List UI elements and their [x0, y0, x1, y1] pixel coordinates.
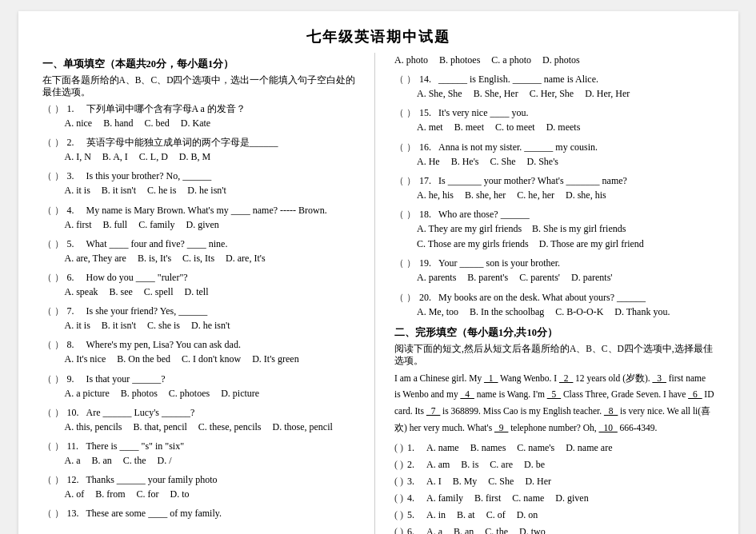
question-16: （ ） 16. Anna is not my sister. ______ my… [394, 140, 714, 169]
cloze-questions: ( ) 1. A. name B. names C. name's D. nam… [394, 440, 714, 534]
q9-options: A. a picture B. photos C. photoes D. pic… [65, 386, 362, 401]
q18-text: Who are those? ______ [438, 207, 530, 221]
q10-options: A. this, pencils B. that, pencil C. thes… [65, 420, 362, 435]
cloze-q4: ( ) 4. A. family B. first C. name D. giv… [394, 491, 714, 505]
section2-header: 二、完形填空（每小题1分,共10分） [394, 326, 714, 340]
question-5: （ ） 5. What ____ four and five? ____ nin… [42, 237, 362, 266]
q14-options: A. She, She B. She, Her C. Her, She D. H… [417, 86, 714, 102]
exam-page: 七年级英语期中试题 一、单项填空（本题共20分，每小题1分） 在下面各题所给的A… [18, 11, 738, 534]
q10-text: Are ______ Lucy's ______? [86, 405, 195, 420]
question-2: （ ） 2. 英语字母中能独立成单词的两个字母是______ A. I, N B… [42, 135, 362, 165]
question-7: （ ） 7. Is she your friend? Yes, ______ A… [42, 304, 362, 333]
question-18: （ ） 18. Who are those? ______ A. They ar… [394, 207, 714, 252]
section2-instruction: 阅读下面的短文,然后从短文后各题所给的A、B、C、D四个选项中,选择最佳选项。 [394, 343, 714, 367]
q20-text: My books are on the desk. What about you… [438, 290, 646, 305]
q20-options: A. Me, too B. In the schoolbag C. B-O-O-… [417, 305, 714, 320]
q19-text: Your _____ son is your brother. [438, 256, 560, 270]
section1-instruction: 在下面各题所给的A、B、C、D四个选项中，选出一个能填入句子空白处的最佳选项。 [42, 74, 362, 98]
q5-text: What ____ four and five? ____ nine. [86, 237, 228, 251]
left-column: 一、单项填空（本题共20分，每小题1分） 在下面各题所给的A、B、C、D四个选项… [42, 53, 376, 534]
q19-options: A. parents B. parent's C. parents' D. pa… [417, 270, 714, 285]
cloze-q6: ( ) 6. A. a B. an C. the D. two [394, 524, 714, 534]
question-11: （ ） 11. There is ____ "s" in "six" A. a … [42, 439, 362, 468]
question-17: （ ） 17. Is _______ your mother? What's _… [394, 173, 714, 203]
q5-options: A. are, They are B. is, It's C. is, Its … [65, 251, 362, 266]
q11-text: There is ____ "s" in "six" [86, 439, 185, 453]
q9-text: Is that your ______? [86, 372, 166, 386]
q1-options: A. nice B. hand C. bed D. Kate [65, 116, 362, 131]
question-20: （ ） 20. My books are on the desk. What a… [394, 290, 714, 320]
q4-text: My name is Mary Brown. What's my ____ na… [86, 203, 327, 217]
q15-text: It's very nice ____ you. [438, 106, 528, 120]
q7-options: A. it is B. it isn't C. she is D. he isn… [65, 318, 362, 333]
q3-text: Is this your brother? No, ______ [86, 169, 212, 183]
question-3: （ ） 3. Is this your brother? No, ______ … [42, 169, 362, 198]
q12-text: Thanks ______ your family photo [86, 472, 218, 487]
q16-text: Anna is not my sister. ______ my cousin. [438, 140, 598, 154]
q3-options: A. it is B. it isn't C. he is D. he isn'… [65, 183, 362, 198]
page-title: 七年级英语期中试题 [42, 27, 714, 46]
section1-header: 一、单项填空（本题共20分，每小题1分） [42, 58, 362, 71]
q16-options: A. He B. He's C. She D. She's [417, 154, 714, 169]
question-13: （ ） 13. These are some ____ of my family… [42, 506, 362, 520]
q1-text: 下列单词中哪个含有字母A a 的发音？ [86, 102, 246, 116]
q13-options-right: A. photo B. photoes C. a photo D. photos [394, 53, 714, 68]
cloze-q1: ( ) 1. A. name B. names C. name's D. nam… [394, 440, 714, 455]
q2-text: 英语字母中能独立成单词的两个字母是______ [86, 135, 278, 149]
q2-options: A. I, N B. A, I C. L, D D. B, M [65, 149, 362, 165]
q12-options: A. of B. from C. for D. to [65, 487, 362, 502]
cloze-q2: ( ) 2. A. am B. is C. are D. be [394, 457, 714, 472]
q6-options: A. speak B. see C. spell D. tell [65, 285, 362, 300]
question-15: （ ） 15. It's very nice ____ you. A. met … [394, 106, 714, 135]
q13-text: These are some ____ of my family. [86, 506, 222, 520]
question-4: （ ） 4. My name is Mary Brown. What's my … [42, 203, 362, 233]
question-12: （ ） 12. Thanks ______ your family photo … [42, 472, 362, 502]
cloze-q3: ( ) 3. A. I B. My C. She D. Her [394, 474, 714, 488]
question-10: （ ） 10. Are ______ Lucy's ______? A. thi… [42, 405, 362, 435]
cloze-q5: ( ) 5. A. in B. at C. of D. on [394, 508, 714, 522]
question-14: （ ） 14. ______ is English. ______ name i… [394, 72, 714, 102]
q14-text: ______ is English. ______ name is Alice. [438, 72, 598, 86]
q4-options: A. first B. full C. family D. given [65, 217, 362, 233]
question-1: （ ） 1. 下列单词中哪个含有字母A a 的发音？ A. nice B. ha… [42, 102, 362, 131]
question-8: （ ） 8. Where's my pen, Lisa? You can ask… [42, 337, 362, 367]
q8-text: Where's my pen, Lisa? You can ask dad. [86, 337, 241, 352]
question-6: （ ） 6. How do you ____ "ruler"? A. speak… [42, 270, 362, 300]
q7-text: Is she your friend? Yes, ______ [86, 304, 208, 318]
q17-options: A. he, his B. she, her C. he, her D. she… [417, 188, 714, 203]
right-column: A. photo B. photoes C. a photo D. photos… [391, 53, 714, 534]
cloze-text: I am a Chinese girl. My _1_ Wang Wenbo. … [394, 370, 714, 436]
q17-text: Is _______ your mother? What's _______ n… [438, 173, 627, 188]
question-19: （ ） 19. Your _____ son is your brother. … [394, 256, 714, 285]
q15-options: A. met B. meet C. to meet D. meets [417, 120, 714, 135]
q6-text: How do you ____ "ruler"? [86, 270, 188, 285]
question-9: （ ） 9. Is that your ______? A. a picture… [42, 372, 362, 401]
q11-options: A. a B. an C. the D. / [65, 453, 362, 468]
q8-options: A. It's nice B. On the bed C. I don't kn… [65, 352, 362, 367]
